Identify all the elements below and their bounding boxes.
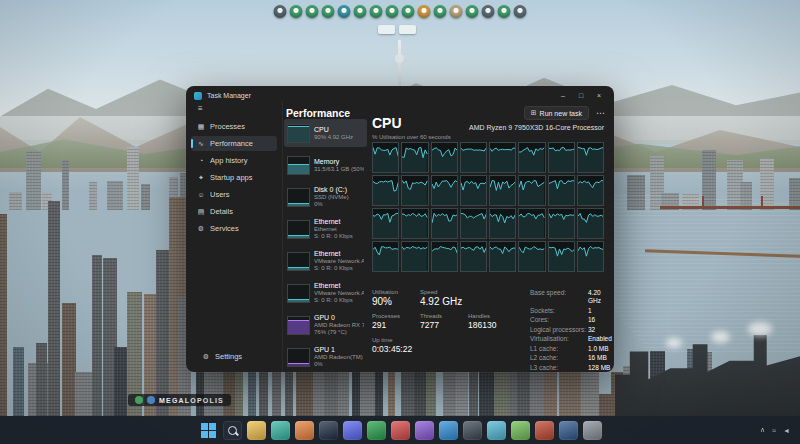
uptime-label: Up time bbox=[372, 336, 412, 344]
sidebar-item-settings[interactable]: ⚙ Settings bbox=[196, 349, 272, 364]
cpu-core-graph bbox=[401, 175, 428, 206]
perf-item-disk-0[interactable]: Disk 0 (C:) SSD (NVMe) 0% bbox=[284, 183, 367, 211]
industry-tool-icon[interactable] bbox=[450, 5, 463, 18]
perf-item-gpu-1[interactable]: GPU 1 AMD Radeon(TM) Gr... 0% bbox=[284, 343, 367, 371]
health-tool-icon[interactable] bbox=[354, 5, 367, 18]
cpu-panel-title: CPU bbox=[372, 116, 402, 131]
economy-tool-icon[interactable] bbox=[466, 5, 479, 18]
game-toolbar-chip[interactable] bbox=[399, 25, 416, 34]
search-button[interactable] bbox=[223, 421, 242, 440]
stat-label: Speed bbox=[420, 288, 462, 296]
performance-icon: ∿ bbox=[197, 140, 205, 148]
cpu-stats-left: Utilisation 90% Speed 4.92 GHz Processes… bbox=[372, 288, 524, 370]
water-tool-icon[interactable] bbox=[338, 5, 351, 18]
stat-label: Sockets: bbox=[530, 307, 588, 315]
taskbar-app-icon[interactable] bbox=[271, 421, 290, 440]
sidebar-item-app-history[interactable]: ◔ App history bbox=[191, 153, 277, 168]
taskbar-app-icon[interactable] bbox=[439, 421, 458, 440]
sidebar-item-performance[interactable]: ∿ Performance bbox=[191, 136, 277, 151]
cpu-core-graph bbox=[548, 142, 575, 173]
cpu-core-graph bbox=[431, 208, 458, 239]
taskbar-app-icon[interactable] bbox=[343, 421, 362, 440]
taskbar-app-icon[interactable] bbox=[415, 421, 434, 440]
zoning-tool-icon[interactable] bbox=[290, 5, 303, 18]
electricity-tool-icon[interactable] bbox=[322, 5, 335, 18]
navigation-menu-icon[interactable]: ≡ bbox=[198, 104, 282, 113]
close-button[interactable]: × bbox=[590, 90, 608, 102]
services-icon: ⚙ bbox=[197, 225, 205, 233]
sidebar-item-processes[interactable]: ▦ Processes bbox=[191, 119, 277, 134]
police-tool-icon[interactable] bbox=[386, 5, 399, 18]
taskbar-app-icon[interactable] bbox=[535, 421, 554, 440]
stat-value: Enabled bbox=[588, 335, 612, 343]
perf-item-detail: AMD Radeon(TM) Gr... bbox=[314, 354, 364, 361]
perf-item-ethernet-1[interactable]: Ethernet Ethernet S: 0 R: 0 Kbps bbox=[284, 215, 367, 243]
roads-tool-icon[interactable] bbox=[306, 5, 319, 18]
cpu-core-graph bbox=[518, 175, 545, 206]
suspension-bridge bbox=[660, 206, 800, 209]
map-tiles-icon[interactable] bbox=[498, 5, 511, 18]
cpu-core-graph bbox=[577, 241, 604, 272]
perf-item-memory[interactable]: Memory 31.5/63.1 GB (50%) bbox=[284, 151, 367, 179]
stat-value: 16 bbox=[588, 316, 595, 324]
cpu-core-graph bbox=[401, 208, 428, 239]
perf-item-title: GPU 0 bbox=[314, 314, 364, 322]
taskbar-app-icon[interactable] bbox=[463, 421, 482, 440]
bulldoze-tool-icon[interactable] bbox=[274, 5, 287, 18]
taskbar-app-icon[interactable] bbox=[367, 421, 386, 440]
cpu-core-graph bbox=[460, 208, 487, 239]
maximize-button[interactable]: □ bbox=[572, 90, 590, 102]
photo-mode-icon[interactable] bbox=[514, 5, 527, 18]
stat-label: Cores: bbox=[530, 316, 588, 324]
sidebar-item-users[interactable]: ☺ Users bbox=[191, 187, 277, 202]
cpu-core-graph bbox=[489, 175, 516, 206]
volume-icon[interactable]: ◄ bbox=[783, 427, 790, 434]
start-button[interactable] bbox=[199, 421, 218, 440]
city-status-icon[interactable] bbox=[135, 396, 143, 404]
stat-label: L3 cache: bbox=[530, 364, 588, 372]
perf-item-ethernet-3[interactable]: Ethernet VMware Network Ad... S: 0 R: 0 … bbox=[284, 279, 367, 307]
cpu-core-graph bbox=[548, 208, 575, 239]
stat-label: Threads bbox=[420, 312, 454, 320]
taskbar-app-icon[interactable] bbox=[295, 421, 314, 440]
stat-value: 4.92 GHz bbox=[420, 296, 462, 307]
sidebar-item-services[interactable]: ⚙ Services bbox=[191, 221, 277, 236]
window-title: Task Manager bbox=[207, 92, 251, 99]
city-status-icon[interactable] bbox=[147, 396, 155, 404]
perf-item-detail: SSD (NVMe) bbox=[314, 194, 349, 201]
cpu-core-graph bbox=[548, 175, 575, 206]
sidebar-item-details[interactable]: ▤ Details bbox=[191, 204, 277, 219]
perf-item-gpu-0[interactable]: GPU 0 AMD Radeon RX 790... 76% (79 °C) bbox=[284, 311, 367, 339]
stat-value: 186130 bbox=[468, 320, 502, 331]
cpu-mini-graph bbox=[287, 124, 310, 143]
startup-apps-icon: ✦ bbox=[197, 174, 205, 182]
taskbar-app-icon[interactable] bbox=[559, 421, 578, 440]
perf-item-ethernet-2[interactable]: Ethernet VMware Network Ad... S: 0 R: 0 … bbox=[284, 247, 367, 275]
info-views-icon[interactable] bbox=[482, 5, 495, 18]
stat-value: 291 bbox=[372, 320, 406, 331]
perf-item-cpu[interactable]: CPU 90% 4.92 GHz bbox=[284, 119, 367, 147]
perf-item-detail: Ethernet bbox=[314, 226, 353, 233]
taskbar-app-icon[interactable] bbox=[319, 421, 338, 440]
minimize-button[interactable]: – bbox=[554, 90, 572, 102]
education-tool-icon[interactable] bbox=[402, 5, 415, 18]
taskbar-app-icon[interactable] bbox=[487, 421, 506, 440]
cpu-core-graph bbox=[518, 241, 545, 272]
taskbar-app-icon[interactable] bbox=[391, 421, 410, 440]
transport-tool-icon[interactable] bbox=[418, 5, 431, 18]
taskbar-app-icon[interactable] bbox=[511, 421, 530, 440]
search-icon bbox=[228, 426, 237, 435]
perf-item-detail: 0% bbox=[314, 201, 349, 208]
tray-chevron-up-icon[interactable]: ∧ bbox=[760, 426, 765, 434]
stat-label: Logical processors: bbox=[530, 326, 588, 334]
fire-tool-icon[interactable] bbox=[370, 5, 383, 18]
cpu-core-graph bbox=[518, 142, 545, 173]
taskbar-app-icon[interactable] bbox=[583, 421, 602, 440]
network-icon[interactable]: ≈ bbox=[772, 427, 776, 434]
sidebar-item-startup-apps[interactable]: ✦ Startup apps bbox=[191, 170, 277, 185]
game-toolbar-chip[interactable] bbox=[378, 25, 395, 34]
parks-tool-icon[interactable] bbox=[434, 5, 447, 18]
stat-label: Virtualisation: bbox=[530, 335, 588, 343]
taskbar-app-icon[interactable] bbox=[247, 421, 266, 440]
gpu-mini-graph bbox=[287, 316, 310, 335]
